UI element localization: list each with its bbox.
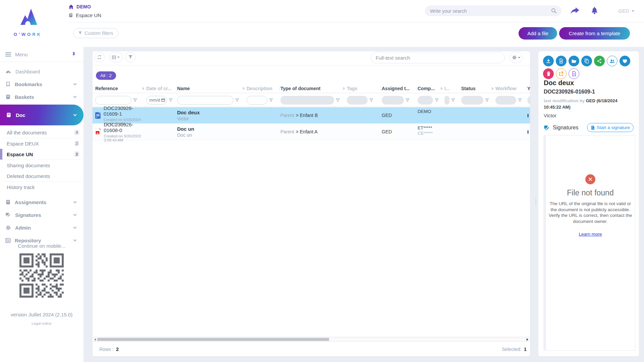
add-file-button[interactable]: Add a file — [519, 27, 557, 40]
sidebar-subitem-all-documents[interactable]: All the documents 4 — [0, 127, 84, 138]
filter-funnel-icon[interactable] — [451, 98, 455, 102]
assigned-cell: GED — [382, 113, 418, 118]
assignments-book-icon — [5, 199, 11, 205]
column-header-company[interactable]: Comp... — [418, 86, 444, 91]
user-menu[interactable]: GED — [618, 8, 634, 14]
filter-type-select[interactable] — [280, 96, 334, 105]
sidebar-item-dashboard[interactable]: Dashboard — [0, 65, 84, 78]
scroll-left-arrow[interactable] — [94, 338, 96, 341]
column-header-workflow[interactable]: Workflow — [495, 86, 527, 91]
scrollbar-thumb[interactable] — [97, 338, 329, 341]
sidebar-item-doc[interactable]: Doc — [0, 105, 84, 125]
subitem-label: Espace DEUX — [7, 141, 39, 146]
column-header-tags[interactable]: Tags — [347, 86, 382, 91]
sidebar-subitem-espace-deux[interactable]: Espace DEUX 2 — [0, 138, 84, 149]
filter-tags-select[interactable] — [347, 96, 368, 105]
filter-funnel-icon[interactable] — [336, 98, 340, 102]
assignees-button[interactable] — [607, 56, 618, 66]
notifications-bell-icon[interactable] — [590, 6, 599, 15]
start-signature-button[interactable]: Start a signature — [587, 123, 634, 132]
table-settings-button[interactable] — [509, 52, 523, 63]
column-header-reference[interactable]: Reference — [95, 86, 146, 91]
filter-status-select[interactable] — [461, 96, 483, 105]
sidebar-subitem-history-track[interactable]: History track — [0, 182, 84, 192]
app-logo[interactable]: O'WORK — [13, 4, 43, 37]
download-button[interactable] — [543, 56, 554, 66]
refresh-button[interactable] — [94, 52, 105, 62]
document-icon — [572, 71, 577, 76]
copy-button[interactable] — [581, 56, 592, 66]
document-preview-button[interactable] — [569, 68, 579, 79]
sidebar-item-baskets[interactable]: Baskets — [0, 90, 84, 103]
column-header-i[interactable]: I... — [444, 86, 461, 91]
sidebar-item-signatures[interactable]: Signatures — [0, 208, 84, 221]
filter-reference-input[interactable] — [95, 96, 131, 105]
sidebar-menu-toggle[interactable]: Menu — [0, 47, 84, 62]
column-header-date[interactable]: Date of cr... — [146, 86, 177, 91]
fulltext-search-input[interactable] — [376, 55, 500, 61]
filter-funnel-icon[interactable] — [269, 98, 273, 102]
filter-button[interactable] — [125, 52, 136, 62]
detail-title: Doc deux — [544, 79, 574, 87]
column-header-name[interactable]: Name — [177, 86, 247, 91]
filter-funnel-icon[interactable] — [235, 98, 239, 102]
sidebar-subitem-sharing-documents[interactable]: Sharing documents — [0, 160, 84, 171]
table-row[interactable]: W DOC230926-01609-1 Created on 6/18/2024… — [93, 107, 530, 124]
learn-more-link[interactable]: Learn more — [579, 232, 602, 237]
filter-name-input[interactable] — [177, 96, 233, 105]
filter-company-select[interactable] — [418, 96, 433, 105]
column-header-y[interactable]: Y... — [527, 86, 530, 91]
company-cell: ET***** CE***** — [418, 124, 444, 136]
legal-notice-link[interactable]: Legal notice — [0, 321, 83, 325]
filter-y-select[interactable] — [527, 96, 530, 105]
share-forward-icon[interactable] — [570, 7, 580, 15]
open-in-new-button[interactable] — [556, 68, 567, 79]
horizontal-scrollbar[interactable] — [93, 337, 530, 342]
column-header-description[interactable]: Description — [247, 86, 280, 91]
filter-funnel-icon[interactable] — [406, 98, 410, 102]
filter-funnel-icon[interactable] — [518, 98, 522, 102]
sidebar-item-dashboard-label: Dashboard — [15, 69, 40, 74]
sidebar-subitem-deleted-documents[interactable]: Deleted documents — [0, 171, 84, 181]
filter-funnel-icon[interactable] — [133, 98, 137, 102]
create-from-template-button[interactable]: Create from a template — [559, 27, 630, 40]
filter-i-select[interactable] — [444, 96, 449, 105]
delete-button[interactable] — [543, 68, 554, 79]
column-header-status[interactable]: Status — [461, 86, 495, 91]
open-folder-button[interactable] — [569, 56, 579, 66]
custom-filters-button[interactable]: Custom filters — [73, 28, 118, 38]
filter-description-input[interactable] — [247, 96, 267, 105]
top-bar: O'WORK DEMO Espace UN GED — [0, 0, 644, 47]
tab-all[interactable]: All : 2 — [96, 71, 116, 80]
sidebar-item-admin[interactable]: Admin — [0, 221, 84, 234]
document-created: Created on 9/26/2023 3:08:43 AM — [104, 134, 146, 142]
breadcrumb-space[interactable]: Espace UN — [76, 12, 101, 18]
sidebar-item-bookmarks[interactable]: Bookmarks — [0, 78, 84, 90]
favorite-button[interactable] — [620, 56, 630, 66]
share-button[interactable] — [594, 56, 605, 66]
subitem-label: History track — [7, 184, 35, 190]
filter-funnel-icon[interactable] — [369, 98, 373, 102]
sidebar-item-repository-label: Repository — [15, 238, 41, 243]
filter-funnel-icon[interactable] — [435, 98, 439, 102]
sidebar-subitem-espace-un[interactable]: Espace UN 2 — [0, 149, 84, 160]
table-row[interactable]: DOC230926-01608-0 Created on 9/26/2023 3… — [93, 124, 530, 140]
filter-date-input[interactable] — [146, 96, 167, 105]
filter-workflow-select[interactable] — [495, 96, 516, 105]
filter-assigned-select[interactable] — [382, 96, 404, 105]
search-icon[interactable] — [551, 8, 557, 14]
filter-funnel-icon[interactable] — [169, 98, 173, 102]
filter-funnel-icon[interactable] — [485, 98, 489, 102]
rows-value: 2 — [116, 346, 119, 352]
error-icon: ✕ — [585, 174, 595, 184]
breadcrumb-root[interactable]: DEMO — [76, 4, 91, 9]
pin-icon[interactable] — [71, 52, 76, 57]
columns-button[interactable] — [109, 52, 122, 62]
sort-arrow-icon — [441, 87, 443, 90]
sidebar-item-assignments[interactable]: Assignments — [0, 196, 84, 208]
global-search-input[interactable] — [430, 8, 551, 14]
column-header-type[interactable]: Type of document — [280, 86, 347, 91]
upload-file-button[interactable] — [556, 56, 567, 66]
scroll-right-arrow[interactable] — [527, 338, 528, 341]
column-header-assigned[interactable]: Assigned t... — [382, 86, 418, 91]
